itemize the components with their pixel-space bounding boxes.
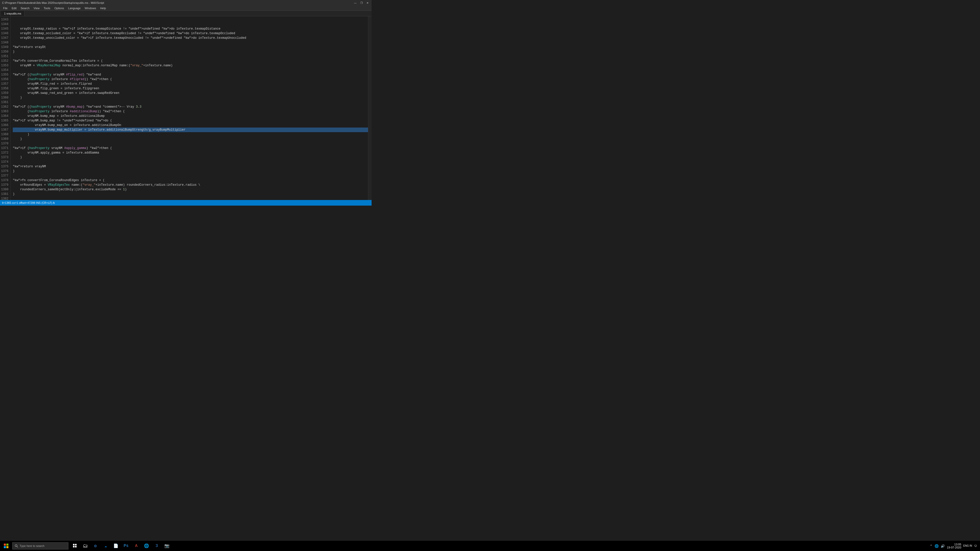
code-content[interactable]: vrayDt.texmap_radius = "kw">if inTexture… <box>11 16 368 200</box>
menu-options[interactable]: Options <box>52 6 66 11</box>
line-numbers: 1343134413451346134713481349135013511352… <box>0 16 11 200</box>
menu-language[interactable]: Language <box>66 6 83 11</box>
status-bar: li=1365 co=1 offset=47298 INS (CR+LF) A <box>0 200 372 206</box>
tab-bar: 1 vrayutils.ms <box>0 11 372 16</box>
tab-vrayutils[interactable]: 1 vrayutils.ms <box>1 11 24 16</box>
menu-windows[interactable]: Windows <box>83 6 98 11</box>
menu-file[interactable]: File <box>1 6 10 11</box>
cursor-position: li=1365 co=1 offset=47298 INS (CR+LF) A <box>2 201 55 204</box>
maximize-button[interactable]: ❐ <box>360 1 363 5</box>
close-button[interactable]: ✕ <box>366 1 369 5</box>
code-area: 1343134413451346134713481349135013511352… <box>0 16 372 200</box>
minimize-button[interactable]: — <box>353 1 357 5</box>
menu-bar: File Edit Search View Tools Options Lang… <box>0 6 372 11</box>
title-bar-controls: — ❐ ✕ <box>353 1 369 5</box>
menu-tools[interactable]: Tools <box>41 6 52 11</box>
menu-help[interactable]: Help <box>98 6 108 11</box>
menu-view[interactable]: View <box>32 6 42 11</box>
menu-search[interactable]: Search <box>19 6 32 11</box>
scrollbar[interactable] <box>368 16 372 200</box>
window-title: C:\Program Files\Autodesk\3ds Max 2020\s… <box>2 1 104 4</box>
menu-edit[interactable]: Edit <box>10 6 19 11</box>
title-bar: C:\Program Files\Autodesk\3ds Max 2020\s… <box>0 0 372 6</box>
